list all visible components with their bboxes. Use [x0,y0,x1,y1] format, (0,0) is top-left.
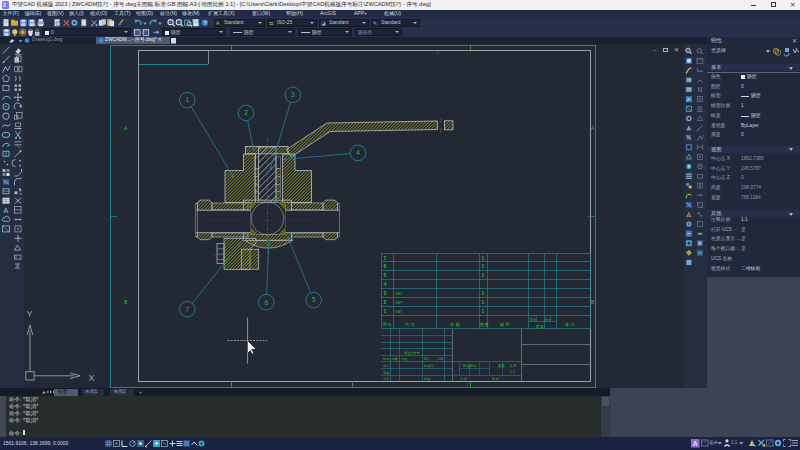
svg-text:GB/T: GB/T [395,292,403,296]
svg-text:工艺: 工艺 [383,377,389,381]
svg-text:1: 1 [384,307,387,313]
svg-text:签字: 签字 [424,357,431,361]
svg-text:6: 6 [384,263,387,269]
svg-text:1: 1 [482,307,485,313]
svg-text:日期: 日期 [437,357,443,361]
svg-text:标准化: 标准化 [423,363,434,367]
svg-text:GB/T: GB/T [395,309,403,313]
svg-text:分区: 分区 [401,357,408,361]
svg-text:7: 7 [384,254,387,260]
svg-text:单件: 单件 [530,317,537,321]
svg-text:标记: 标记 [382,357,390,361]
svg-text:A: A [693,440,698,447]
svg-text:X: X [89,373,95,383]
svg-text:2: 2 [244,109,248,116]
svg-text:7: 7 [186,305,190,312]
svg-text:备 注: 备 注 [565,322,576,327]
svg-text:Y: Y [27,308,33,318]
svg-text:1: 1 [186,96,190,103]
svg-text:总计: 总计 [544,317,552,321]
svg-text:3: 3 [384,290,387,296]
svg-text:A: A [591,125,595,131]
svg-text:6: 6 [265,298,269,305]
svg-text:第 张: 第 张 [492,377,499,381]
svg-text:A: A [124,125,128,131]
svg-text:1:1: 1:1 [510,370,515,374]
svg-text:5: 5 [384,272,387,278]
svg-text:比例: 比例 [510,364,517,368]
svg-text:B: B [124,298,128,304]
svg-text:共 张: 共 张 [460,377,467,381]
svg-text:序号: 序号 [383,322,392,327]
svg-text:代 号: 代 号 [404,322,416,327]
svg-text:GB/T: GB/T [395,300,403,304]
svg-text:重量: 重量 [498,363,505,368]
svg-text:2: 2 [437,50,439,54]
svg-text:4: 4 [384,281,387,287]
svg-text:2: 2 [384,298,387,304]
svg-text:材 料: 材 料 [499,322,511,328]
svg-text:A: A [4,207,9,214]
svg-text:批准: 批准 [424,377,431,381]
svg-text:1: 1 [482,263,485,269]
svg-text:设计: 设计 [383,363,390,367]
svg-text:更改文件号: 更改文件号 [404,350,421,354]
svg-text:1: 1 [482,254,485,260]
svg-text:5: 5 [312,296,316,303]
svg-text:数量: 数量 [480,322,489,327]
svg-text:重 量: 重 量 [536,323,544,328]
svg-text:3: 3 [291,91,295,98]
svg-text:2: 2 [467,383,469,387]
svg-text:4: 4 [356,149,360,156]
svg-text:处数: 处数 [392,357,399,361]
svg-text:审核: 审核 [383,370,390,374]
svg-text:B: B [591,298,595,304]
svg-text:名 称: 名 称 [450,322,461,327]
svg-text:1: 1 [482,298,485,304]
svg-text:?: ? [204,20,207,26]
svg-text:1: 1 [482,272,485,278]
svg-text:阶段标记: 阶段标记 [463,362,477,367]
svg-text:1: 1 [482,290,485,296]
